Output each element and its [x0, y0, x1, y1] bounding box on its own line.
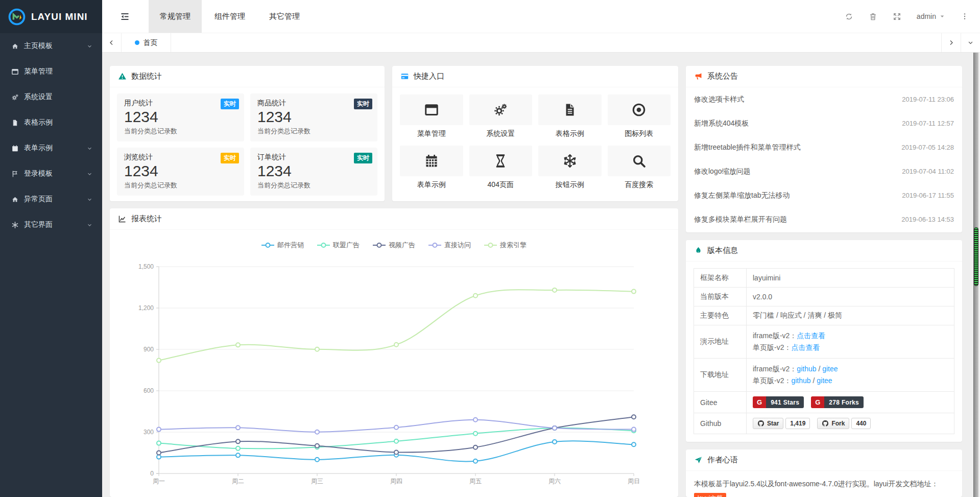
quick-entry-6[interactable]: 按钮示例	[538, 146, 602, 190]
caret-down-icon	[939, 13, 945, 19]
github-fork-button[interactable]: Fork	[817, 418, 849, 429]
refresh-button[interactable]	[845, 12, 853, 21]
legend-marker-icon	[484, 242, 497, 248]
announcement-text: 新增系统404模板	[694, 119, 749, 128]
version-row-value: 零门槛 / 响应式 / 清爽 / 极简	[747, 306, 954, 325]
announcement-item-0[interactable]: 修改选项卡样式2019-07-11 23:06	[694, 87, 954, 111]
announcement-item-2[interactable]: 新增treetable插件和菜单管理样式2019-07-05 14:28	[694, 135, 954, 159]
quick-entry-1[interactable]: 系统设置	[469, 94, 533, 138]
tabs-menu-button[interactable]	[961, 33, 980, 52]
stat-value: 1234	[124, 108, 237, 126]
announcement-text: 修改选项卡样式	[694, 95, 744, 104]
legend-item-0[interactable]: 邮件营销	[261, 241, 304, 250]
sidebar-item-5[interactable]: 登录模板	[0, 161, 102, 186]
realtime-badge: 实时	[221, 153, 239, 163]
quick-entry-5[interactable]: 404页面	[469, 146, 533, 190]
home-tab-label: 首页	[144, 38, 158, 48]
sidebar-item-6[interactable]: 异常页面	[0, 186, 102, 212]
version-row-value: G941 StarsG278 Forks	[747, 392, 954, 413]
link-github[interactable]: github	[791, 376, 810, 385]
quick-entry-tile[interactable]	[400, 94, 463, 125]
fullscreen-button[interactable]	[893, 12, 901, 21]
announcement-item-1[interactable]: 新增系统404模板2019-07-11 12:57	[694, 111, 954, 135]
layui-doc-badge[interactable]: layui文档	[694, 493, 726, 497]
gitee-badge[interactable]: G941 Stars	[753, 396, 804, 408]
github-star-count[interactable]: 1,419	[785, 418, 810, 429]
announcement-item-3[interactable]: 修改logo缩放问题2019-07-04 11:02	[694, 159, 954, 183]
gitee-badge[interactable]: G278 Forks	[811, 396, 864, 408]
version-row-5: GiteeG941 StarsG278 Forks	[694, 392, 954, 413]
sidebar-item-2[interactable]: 系统设置	[0, 84, 102, 110]
tab-home[interactable]: 首页	[122, 33, 171, 52]
nav-tab-2[interactable]: 其它管理	[258, 0, 311, 33]
quick-entry-tile[interactable]	[538, 146, 602, 176]
asterisk-icon	[11, 221, 24, 229]
sidebar-item-4[interactable]: 表单示例	[0, 135, 102, 161]
sidebar-item-0[interactable]: 主页模板	[0, 33, 102, 59]
layui-mini-logo-icon	[8, 8, 26, 26]
announcement-item-4[interactable]: 修复左侧菜单缩放tab无法移动2019-06-17 11:55	[694, 183, 954, 207]
svg-text:300: 300	[144, 429, 154, 436]
tabs-empty-space	[171, 33, 941, 52]
chart-legend: 邮件营销联盟广告视频广告直接访问搜索引擎	[110, 241, 678, 249]
sidebar-collapse-button[interactable]	[102, 0, 149, 33]
quick-entry-0[interactable]: 菜单管理	[400, 94, 463, 138]
tabs-scroll-right-button[interactable]	[941, 33, 961, 52]
announcement-date: 2019-07-04 11:02	[902, 168, 954, 175]
flag-icon	[11, 170, 24, 178]
report-chart: 03006009001,2001,500周一周二周三周四周五周六周日	[110, 254, 678, 494]
quick-entry-7[interactable]: 百度搜索	[608, 146, 671, 190]
quick-entry-2[interactable]: 表格示例	[538, 94, 602, 138]
snowflake-icon	[562, 153, 578, 169]
quick-entry-tile[interactable]	[608, 94, 671, 125]
clear-cache-button[interactable]	[869, 12, 877, 21]
tabs-scroll-left-button[interactable]	[102, 33, 122, 52]
gitee-logo-icon: G	[811, 396, 824, 408]
sidebar-item-7[interactable]: 其它界面	[0, 212, 102, 238]
github-fork-count[interactable]: 440	[851, 418, 871, 429]
legend-item-4[interactable]: 搜索引擎	[484, 241, 527, 250]
stat-box-1: 商品统计1234当前分类总记录数实时	[250, 93, 377, 141]
author-line1: 本模板基于layui2.5.4以及font-awesome-4.7.0进行实现。…	[694, 477, 954, 491]
legend-item-1[interactable]: 联盟广告	[317, 241, 360, 250]
version-row-value: v2.0.0	[747, 288, 954, 306]
chevron-right-icon	[947, 39, 955, 46]
sidebar-item-3[interactable]: 表格示例	[0, 110, 102, 135]
quick-entry-label: 系统设置	[469, 129, 533, 138]
announcements-card: 系统公告 修改选项卡样式2019-07-11 23:06新增系统404模板201…	[686, 66, 962, 232]
github-star-button[interactable]: Star	[753, 418, 783, 429]
quick-entry-tile[interactable]	[469, 94, 533, 125]
version-row-6: GithubStar1,419Fork440	[694, 413, 954, 434]
link-gitee[interactable]: gitee	[822, 365, 838, 373]
quick-entry-3[interactable]: 图标列表	[608, 94, 671, 138]
author-title: 作者心语	[707, 455, 738, 465]
top-navbar: 常规管理组件管理其它管理 admin	[102, 0, 980, 33]
user-dropdown[interactable]: admin	[917, 12, 945, 20]
quick-entry-tile[interactable]	[400, 146, 463, 176]
nav-tab-1[interactable]: 组件管理	[203, 0, 256, 33]
legend-item-3[interactable]: 直接访问	[428, 241, 471, 250]
announcement-date: 2019-07-05 14:28	[901, 144, 954, 151]
quick-entry-tile[interactable]	[608, 146, 671, 176]
window-scrollbar[interactable]	[973, 53, 978, 497]
nav-tab-0[interactable]: 常规管理	[149, 0, 202, 33]
more-options-button[interactable]	[961, 12, 969, 20]
app-logo[interactable]: LAYUI MINI	[0, 0, 102, 33]
scrollbar-thumb[interactable]	[974, 227, 978, 286]
quick-card-title: 快捷入口	[414, 72, 444, 81]
link-点击查看[interactable]: 点击查看	[797, 332, 825, 340]
refresh-icon	[845, 12, 853, 21]
link-点击查看[interactable]: 点击查看	[791, 343, 820, 351]
svg-text:周四: 周四	[390, 478, 402, 485]
quick-entry-tile[interactable]	[469, 146, 533, 176]
announcement-item-5[interactable]: 修复多模块菜单栏展开有问题2019-06-13 14:53	[694, 207, 954, 231]
link-github[interactable]: github	[797, 365, 816, 373]
quick-entry-4[interactable]: 表单示例	[400, 146, 463, 190]
version-row-label: 演示地址	[694, 325, 747, 359]
announcement-text: 新增treetable插件和菜单管理样式	[694, 143, 800, 152]
svg-text:周三: 周三	[311, 478, 323, 485]
sidebar-item-1[interactable]: 菜单管理	[0, 59, 102, 84]
quick-entry-tile[interactable]	[538, 94, 602, 125]
legend-item-2[interactable]: 视频广告	[373, 241, 415, 250]
link-gitee[interactable]: gitee	[817, 376, 832, 385]
